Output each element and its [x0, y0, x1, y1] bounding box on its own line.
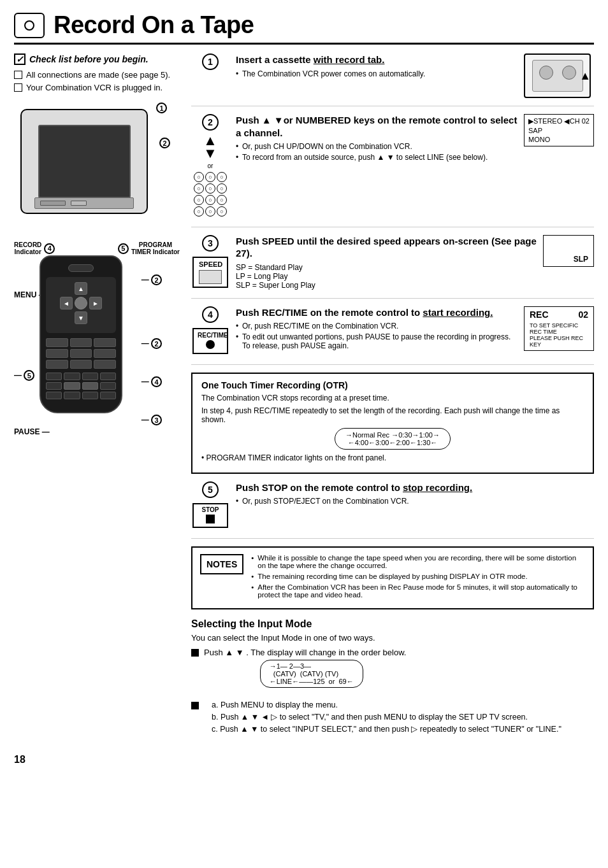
selecting-sub-a: a. Push MENU to display the menu. [212, 701, 561, 709]
step-4-right-box: REC 02 TO SET SPECIFIC REC TIMEPLEASE PU… [524, 306, 594, 351]
program-indicator-label: PROGRAM TIMER Indicator [131, 241, 180, 255]
notes-item-2: The remaining recording time can be disp… [251, 573, 585, 580]
step-5-stop-btn: STOP [192, 503, 228, 530]
selecting-sub-bullets: a. Push MENU to display the menu. b. Pus… [204, 701, 561, 736]
step-4-rec-btn: REC/TIME [192, 328, 228, 357]
step-3-title: Push SPEED until the desired speed appea… [236, 235, 537, 260]
notes-box: NOTES While it is possible to change the… [191, 546, 594, 609]
selecting-bullet-2: a. Push MENU to display the menu. b. Pus… [191, 701, 594, 736]
step-5: 5 STOP Push STOP on the remote control t… [191, 481, 594, 539]
selecting-intro: You can select the Input Mode in one of … [191, 633, 594, 643]
step-4-icon: 4 REC/TIME [191, 306, 229, 357]
step-5-content: Push STOP on the remote control to stop … [236, 481, 594, 508]
step-4: 4 REC/TIME Push REC/TIME on the remote c… [191, 306, 594, 365]
notes-item-1: While it is possible to change the tape … [251, 554, 585, 569]
checkmark-icon: ✓ [14, 53, 25, 65]
step-5-bullets: Or, push STOP/EJECT on the Combination V… [236, 497, 594, 506]
step-2-bullet-2: To record from an outside source, push ▲… [236, 153, 518, 162]
step-2-icon: 2 ▲▼ or ○○○ ○○○ ○○○ ○○○ [191, 114, 229, 219]
otr-diagram: →Normal Rec →0:30→1:00→ ←4:00←3:00←2:00←… [201, 428, 584, 450]
right-column: 1 Insert a cassette with record tab. The… [191, 53, 594, 743]
step-1: 1 Insert a cassette with record tab. The… [191, 53, 594, 106]
selecting-bullet-1-text: Push ▲ ▼ . The display will change in th… [204, 648, 406, 657]
step-1-bullet-1: The Combination VCR power comes on autom… [236, 69, 518, 78]
step-2-content: Push ▲ ▼or NUMBERED keys on the remote c… [236, 114, 518, 164]
step-4-content: Push REC/TIME on the remote control to s… [236, 306, 518, 353]
step-1-right: ▲ [524, 53, 594, 98]
step-5-icon: 5 STOP [191, 481, 229, 530]
otr-title: One Touch Timer Recording (OTR) [201, 380, 584, 390]
selecting-section: Selecting the Input Mode You can select … [191, 618, 594, 736]
step-3-speed-btn: SPEED [192, 257, 228, 290]
tv-ann-2: 2 [159, 138, 170, 148]
step-1-content: Insert a cassette with record tab. The C… [236, 53, 518, 80]
step-1-icon: 1 [191, 53, 229, 70]
otr-line2: In step 4, push REC/TIME repeatedly to s… [201, 406, 584, 424]
step-2-bullets: Or, push CH UP/DOWN on the Combination V… [236, 142, 518, 162]
tv-diagram: 1 2 [14, 103, 173, 236]
notes-label: NOTES [200, 554, 243, 574]
step-2-or: or [208, 162, 214, 169]
step-3-icon: 3 SPEED [191, 235, 229, 290]
remote-ann-2a: — 2 [141, 274, 162, 285]
record-indicator-label: RECORD Indicator [14, 241, 41, 255]
checkbox-2[interactable] [14, 83, 22, 92]
step-3-right-box: SLP [543, 235, 594, 267]
otr-box: One Touch Timer Recording (OTR) The Comb… [191, 373, 594, 474]
page-number: 18 [14, 754, 594, 765]
step-3-sp: SP = Standard Play [236, 263, 537, 272]
tv-ann-1: 1 [156, 103, 167, 113]
remote-ann-3: — 3 [141, 415, 162, 425]
main-layout: ✓ Check list before you begin. All conne… [14, 53, 594, 743]
step-1-bullets: The Combination VCR power comes on autom… [236, 69, 518, 78]
step-4-bullet-2: To edit out unwanted portions, push PAUS… [236, 332, 518, 350]
step-5-title: Push STOP on the remote control to stop … [236, 481, 594, 494]
step-2-updown: ▲▼ [203, 134, 217, 160]
checkbox-1[interactable] [14, 71, 22, 79]
step-3-slp: SLP = Super Long Play [236, 281, 537, 290]
selecting-sub-b: b. Push ▲ ▼ ◄ ▷ to select "TV," and then… [212, 712, 561, 722]
step-5-bullet-1: Or, push STOP/EJECT on the Combination V… [236, 497, 594, 506]
step-4-bullet-1: Or, push REC/TIME on the Combination VCR… [236, 322, 518, 331]
record-icon [14, 13, 45, 38]
step-2-bullet-1: Or, push CH UP/DOWN on the Combination V… [236, 142, 518, 151]
selecting-bullet-1: Push ▲ ▼ . The display will change in th… [191, 648, 594, 694]
page-header: Record On a Tape [14, 11, 594, 45]
step-2-right-box: ▶STEREO ◀ CH 02 SAP MONO [524, 114, 594, 146]
left-column: ✓ Check list before you begin. All conne… [14, 53, 180, 743]
input-mode-diagram: →1— 2—3— (CATV) (CATV) (TV) ←LINE←——125 … [217, 660, 406, 688]
remote-ann-5: — 5 [14, 370, 34, 381]
bullet-square-1 [191, 649, 199, 657]
selecting-sub-c: c. Push ▲ ▼ to select "INPUT SELECT," an… [212, 724, 561, 734]
page: Record On a Tape ✓ Check list before you… [0, 0, 608, 777]
remote-pause-label: PAUSE — [14, 427, 50, 436]
notes-item-3: After the Combination VCR has been in Re… [251, 583, 585, 599]
step-3-content: Push SPEED until the desired speed appea… [236, 235, 537, 290]
bullet-square-2 [191, 702, 199, 709]
remote-diagram: MENU — PAUSE — — 2 — 2 — 4 — 3 [14, 255, 167, 459]
step-4-title: Push REC/TIME on the remote control to s… [236, 306, 518, 319]
checklist-item-2: Your Combination VCR is plugged in. [14, 83, 180, 92]
selecting-title: Selecting the Input Mode [191, 618, 594, 630]
step-4-bullets: Or, push REC/TIME on the Combination VCR… [236, 322, 518, 350]
remote-ann-2b: — 2 [141, 338, 162, 349]
otr-note: • PROGRAM TIMER indicator lights on the … [201, 453, 584, 462]
remote-ann-4: — 4 [141, 376, 162, 387]
checklist-item-1: All connections are made (see page 5). [14, 70, 180, 80]
step-2: 2 ▲▼ or ○○○ ○○○ ○○○ ○○○ Push ▲ ▼or NUMBE… [191, 114, 594, 227]
step-1-title: Insert a cassette with record tab. [236, 53, 518, 66]
indicator-circle-4: 4 [44, 243, 55, 254]
page-title: Record On a Tape [54, 11, 254, 39]
otr-line1: The Combination VCR stops recording at a… [201, 394, 584, 402]
checklist: ✓ Check list before you begin. All conne… [14, 53, 180, 92]
notes-content: While it is possible to change the tape … [251, 554, 585, 602]
step-3: 3 SPEED Push SPEED until the desired spe… [191, 235, 594, 299]
checklist-title: ✓ Check list before you begin. [14, 53, 180, 65]
indicator-row: RECORD Indicator 4 5 PROGRAM TIMER Indic… [14, 241, 180, 255]
step-2-title: Push ▲ ▼or NUMBERED keys on the remote c… [236, 114, 518, 139]
step-2-keypad: ○○○ ○○○ ○○○ ○○○ [194, 172, 227, 217]
step-3-lp: LP = Long Play [236, 272, 537, 281]
indicator-circle-5: 5 [118, 243, 129, 254]
